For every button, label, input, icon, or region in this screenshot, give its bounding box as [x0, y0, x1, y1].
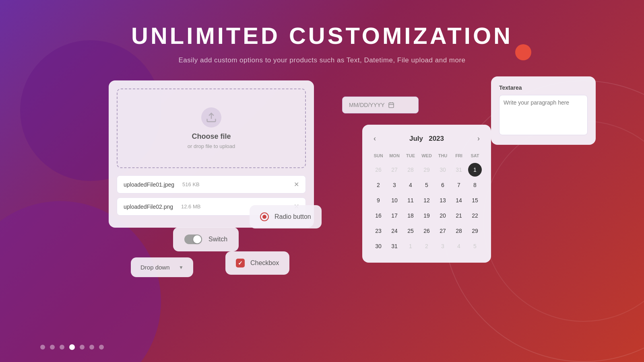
cal-day[interactable]: 31	[388, 239, 401, 253]
cal-day[interactable]: 28	[404, 163, 417, 177]
chevron-down-icon: ▼	[179, 265, 184, 270]
calendar-next-button[interactable]: ›	[474, 133, 483, 144]
cal-header-sat: SAT	[467, 152, 483, 160]
date-input[interactable]: MM/DD/YYYY	[342, 97, 419, 113]
cal-day[interactable]: 9	[372, 193, 385, 207]
cal-day[interactable]: 27	[388, 163, 401, 177]
checkbox-label: Checkbox	[250, 259, 279, 267]
calendar-week-6: 30 31 1 2 3 4 5	[370, 239, 483, 253]
textarea-card: Textarea	[491, 76, 596, 145]
cal-day[interactable]: 30	[436, 163, 450, 177]
file-name-2: uploadedFile02.png	[124, 204, 173, 210]
dot-4-active[interactable]	[69, 344, 75, 350]
page-title: UNLIMITED CUSTOMIZATION	[0, 22, 644, 49]
file-name-1: uploadedFile01.jpeg	[124, 181, 174, 188]
cal-day[interactable]: 29	[468, 224, 482, 238]
cal-day-selected[interactable]: 1	[468, 163, 482, 177]
file-size-1: 516 KB	[182, 181, 200, 187]
checkbox-card[interactable]: ✓ Checkbox	[225, 251, 289, 275]
cal-header-mon: MON	[386, 152, 402, 160]
file-size-2: 12.6 MB	[181, 204, 200, 210]
cal-day[interactable]: 30	[372, 239, 385, 253]
calendar-prev-button[interactable]: ‹	[370, 133, 379, 144]
cal-day[interactable]: 19	[420, 209, 433, 222]
cal-day[interactable]: 2	[372, 178, 385, 192]
cal-day[interactable]: 15	[468, 193, 482, 207]
upload-icon	[201, 107, 221, 128]
cal-day[interactable]: 4	[404, 178, 417, 192]
cal-day[interactable]: 26	[420, 224, 433, 238]
cal-day[interactable]: 10	[388, 193, 401, 207]
switch-card[interactable]: Switch	[173, 227, 239, 251]
page-header: UNLIMITED CUSTOMIZATION Easily add custo…	[0, 0, 644, 64]
dot-1[interactable]	[40, 345, 45, 350]
cal-day[interactable]: 5	[420, 178, 433, 192]
cal-day[interactable]: 3	[388, 178, 401, 192]
cal-day[interactable]: 28	[452, 224, 466, 238]
cal-day[interactable]: 23	[372, 224, 385, 238]
cal-header-fri: FRI	[451, 152, 467, 160]
date-input-text: MM/DD/YYYY	[349, 102, 385, 108]
textarea-field[interactable]	[499, 95, 588, 135]
dot-5[interactable]	[80, 345, 85, 350]
cal-day[interactable]: 31	[452, 163, 466, 177]
switch-label: Switch	[208, 236, 227, 243]
textarea-label: Textarea	[499, 84, 588, 91]
cal-header-thu: THU	[435, 152, 451, 160]
checkbox-check-icon: ✓	[238, 260, 243, 266]
cal-day[interactable]: 6	[436, 178, 450, 192]
content-area: Choose file or drop file to upload uploa…	[0, 72, 644, 346]
calendar-month: July	[409, 135, 423, 142]
radio-label: Radio button	[275, 213, 311, 220]
calendar-nav: ‹ July 2023 ›	[370, 133, 483, 144]
switch-toggle[interactable]	[184, 234, 202, 244]
dot-6[interactable]	[89, 345, 94, 350]
cal-day[interactable]: 27	[436, 224, 450, 238]
cal-day[interactable]: 21	[452, 209, 466, 222]
calendar-week-1: 26 27 28 29 30 31 1	[370, 163, 483, 177]
file-info-1: uploadedFile01.jpeg 516 KB	[124, 181, 200, 188]
cal-day[interactable]: 20	[436, 209, 450, 222]
dots-indicator	[40, 344, 104, 350]
drop-text: or drop file to upload	[126, 143, 297, 149]
calendar-month-year: July 2023	[409, 135, 444, 143]
dot-3[interactable]	[60, 345, 64, 350]
checkbox-box[interactable]: ✓	[236, 259, 245, 267]
dot-7[interactable]	[99, 345, 104, 350]
cal-day[interactable]: 29	[420, 163, 433, 177]
cal-day[interactable]: 26	[372, 163, 385, 177]
cal-day[interactable]: 4	[452, 239, 466, 253]
calendar-header-row: SUN MON TUE WED THU FRI SAT	[370, 152, 483, 160]
svg-rect-1	[389, 103, 394, 108]
cal-header-tue: TUE	[402, 152, 419, 160]
dropdown-card[interactable]: Drop down ▼	[131, 257, 193, 277]
cal-day[interactable]: 14	[452, 193, 466, 207]
dot-2[interactable]	[50, 345, 55, 350]
cal-day[interactable]: 17	[388, 209, 401, 222]
drop-zone[interactable]: Choose file or drop file to upload	[117, 88, 306, 168]
radio-button[interactable]	[260, 212, 269, 221]
cal-day[interactable]: 7	[452, 178, 466, 192]
file-item-1: uploadedFile01.jpeg 516 KB ✕	[117, 175, 306, 193]
cal-day[interactable]: 3	[436, 239, 450, 253]
file-close-1[interactable]: ✕	[294, 181, 299, 188]
cal-day[interactable]: 12	[420, 193, 433, 207]
cal-day[interactable]: 24	[388, 224, 401, 238]
choose-file-text[interactable]: Choose file	[126, 132, 297, 141]
cal-day[interactable]: 11	[404, 193, 417, 207]
cal-day[interactable]: 18	[404, 209, 417, 222]
cal-header-wed: WED	[419, 152, 435, 160]
cal-day[interactable]: 1	[404, 239, 417, 253]
calendar-week-4: 16 17 18 19 20 21 22	[370, 209, 483, 222]
cal-day[interactable]: 13	[436, 193, 450, 207]
cal-day[interactable]: 5	[468, 239, 482, 253]
cal-day[interactable]: 16	[372, 209, 385, 222]
cal-day[interactable]: 22	[468, 209, 482, 222]
calendar-year: 2023	[429, 135, 444, 142]
cal-day[interactable]: 2	[420, 239, 433, 253]
cal-day[interactable]: 8	[468, 178, 482, 192]
cal-day[interactable]: 25	[404, 224, 417, 238]
calendar-week-2: 2 3 4 5 6 7 8	[370, 178, 483, 192]
calendar-week-5: 23 24 25 26 27 28 29	[370, 224, 483, 238]
radio-card[interactable]: Radio button	[250, 205, 322, 228]
